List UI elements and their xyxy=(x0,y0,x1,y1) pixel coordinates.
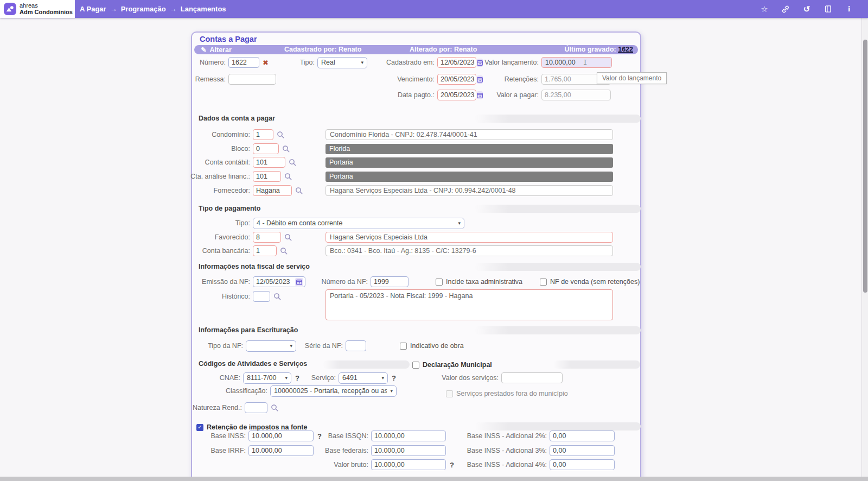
base-inss-input[interactable] xyxy=(248,431,314,441)
calendar-icon[interactable] xyxy=(295,278,303,286)
condominio-code-input[interactable] xyxy=(253,129,273,140)
nf-venda-checkbox[interactable] xyxy=(540,279,547,286)
adicional-3-input[interactable] xyxy=(550,445,615,456)
conta-bancaria-code-input[interactable] xyxy=(253,245,277,256)
last-saved-number-link[interactable]: 1622 xyxy=(618,46,633,53)
search-icon[interactable] xyxy=(295,187,303,195)
classificacao-select[interactable]: 100000025 - Portaria, recepção ou ascens… xyxy=(270,385,397,397)
indicativo-obra-checkbox[interactable] xyxy=(400,343,407,350)
calendar-icon[interactable] xyxy=(477,75,483,84)
remessa-input[interactable] xyxy=(228,74,276,85)
search-icon[interactable] xyxy=(284,233,292,242)
valor-bruto-help-icon[interactable]: ? xyxy=(450,461,454,469)
data-pagto-label: Data pagto.: xyxy=(398,91,435,99)
section-divider xyxy=(475,263,641,271)
conta-bancaria-label: Conta bancária: xyxy=(202,247,250,255)
base-issqn-input[interactable] xyxy=(371,431,446,441)
chevron-down-icon: ▾ xyxy=(390,388,393,394)
base-inss-help-icon[interactable]: ? xyxy=(317,432,322,440)
nf-venda-label: NF de venda (sem retenções) xyxy=(550,278,640,286)
classificacao-label: Classificação: xyxy=(226,387,267,395)
valor-bruto-label: Valor bruto: xyxy=(334,461,368,469)
base-irrf-input[interactable] xyxy=(248,445,314,456)
chevron-down-icon: ▾ xyxy=(381,375,384,381)
retencao-checkbox[interactable]: ✓ xyxy=(196,424,203,431)
link-icon[interactable] xyxy=(781,4,790,14)
conta-contabil-code-input[interactable] xyxy=(253,157,285,168)
emissao-nf-input[interactable]: 12/05/2023 xyxy=(253,276,305,287)
calendar-icon[interactable] xyxy=(477,59,483,67)
clear-number-icon[interactable]: ✖ xyxy=(263,59,269,67)
vencimento-input[interactable]: 20/05/2023 xyxy=(437,74,476,85)
search-icon[interactable] xyxy=(289,159,297,167)
adicional-4-input[interactable] xyxy=(550,459,615,470)
incide-taxa-checkbox[interactable] xyxy=(436,279,443,286)
numero-input[interactable] xyxy=(228,57,259,68)
bloco-label: Bloco: xyxy=(231,145,250,153)
search-icon[interactable] xyxy=(284,173,292,181)
servico-select[interactable]: 6491 ▾ xyxy=(339,372,388,384)
created-by-text: Cadastrado por: Renato xyxy=(284,46,361,53)
record-status-bar: ✎ Alterar Cadastrado por: Renato Alterad… xyxy=(194,45,638,54)
valor-servicos-label: Valor dos serviços: xyxy=(442,374,499,382)
info-icon[interactable]: i xyxy=(844,4,854,14)
breadcrumb-lancamentos[interactable]: Lançamentos xyxy=(181,5,226,13)
numero-nf-label: Número da NF: xyxy=(322,278,368,286)
valor-bruto-input[interactable] xyxy=(371,459,446,470)
vertical-scrollbar-thumb[interactable] xyxy=(863,40,867,293)
numero-label: Número: xyxy=(200,59,226,66)
search-icon[interactable] xyxy=(273,293,282,301)
servicos-fora-label: Serviços prestados fora do município xyxy=(456,390,568,397)
breadcrumb-programacao[interactable]: Programação xyxy=(121,5,166,13)
cta-analise-code-input[interactable] xyxy=(253,171,281,182)
alterar-button[interactable]: ✎ Alterar xyxy=(201,46,232,54)
data-pagto-input[interactable]: 20/05/2023 xyxy=(437,90,476,100)
incide-taxa-label: Incide taxa administrativa xyxy=(446,278,522,286)
base-issqn-label: Base ISSQN: xyxy=(328,432,368,440)
tipo-nf-select[interactable]: ▾ xyxy=(246,340,296,352)
natureza-rend-input[interactable] xyxy=(245,402,267,413)
search-icon[interactable] xyxy=(282,145,290,153)
bloco-code-input[interactable] xyxy=(253,143,279,154)
cnae-label: CNAE: xyxy=(220,374,240,382)
tipo-pagamento-select[interactable]: 4 - Débito em conta corrente ▾ xyxy=(253,218,464,229)
text-cursor-icon: I xyxy=(583,59,587,66)
breadcrumb-separator: → xyxy=(170,5,177,13)
condominio-label: Condomínio: xyxy=(212,131,250,138)
fornecedor-code-input[interactable] xyxy=(253,185,292,196)
section-divider xyxy=(475,115,641,123)
valor-servicos-input[interactable] xyxy=(501,372,563,383)
favorecido-desc-field: Hagana Serviços Especiais Ltda xyxy=(326,232,613,243)
valor-lancamento-input[interactable]: 10.000,00 I xyxy=(541,57,612,68)
cnae-select[interactable]: 8111-7/00 ▾ xyxy=(243,372,291,384)
header-actions: ☆ ↺ i xyxy=(760,0,854,18)
page-title: Contas a Pagar xyxy=(200,35,257,43)
declaracao-municipal-checkbox[interactable] xyxy=(412,362,419,369)
serie-nf-input[interactable] xyxy=(346,340,366,351)
adicional-2-label: Base INSS - Adicional 2%: xyxy=(467,432,547,440)
historico-code-input[interactable] xyxy=(253,291,270,302)
book-icon[interactable] xyxy=(823,4,833,14)
calendar-icon[interactable] xyxy=(477,91,483,99)
condominio-desc-field: Condomínio Florida - CNPJ: 02.478.744/00… xyxy=(326,129,613,140)
historico-textarea[interactable]: Portaria - 05/2023 - Nota Fiscal: 1999 -… xyxy=(326,289,613,320)
last-saved-text: Último gravado: 1622 xyxy=(565,46,633,53)
vertical-scrollbar-track[interactable] xyxy=(861,18,868,481)
tipo-select[interactable]: Real ▾ xyxy=(317,57,367,68)
history-icon[interactable]: ↺ xyxy=(802,4,812,14)
cnae-help-icon[interactable]: ? xyxy=(295,374,299,382)
servico-help-icon[interactable]: ? xyxy=(392,374,396,382)
cadastrado-em-input[interactable]: 12/05/2023 xyxy=(437,57,476,68)
numero-nf-input[interactable] xyxy=(371,276,409,287)
search-icon[interactable] xyxy=(280,247,288,255)
search-icon[interactable] xyxy=(271,404,279,412)
breadcrumb-a-pagar[interactable]: A Pagar xyxy=(80,5,106,13)
favorite-star-icon[interactable]: ☆ xyxy=(760,4,769,14)
adicional-2-input[interactable] xyxy=(550,431,615,441)
base-federais-input[interactable] xyxy=(371,445,446,456)
search-icon[interactable] xyxy=(277,131,285,139)
vencimento-label: Vencimento: xyxy=(397,75,435,83)
bottom-gray-bar xyxy=(0,477,868,481)
favorecido-code-input[interactable] xyxy=(253,232,281,243)
fornecedor-desc-field: Hagana Serviços Especiais Ltda - CNPJ: 0… xyxy=(326,185,613,196)
